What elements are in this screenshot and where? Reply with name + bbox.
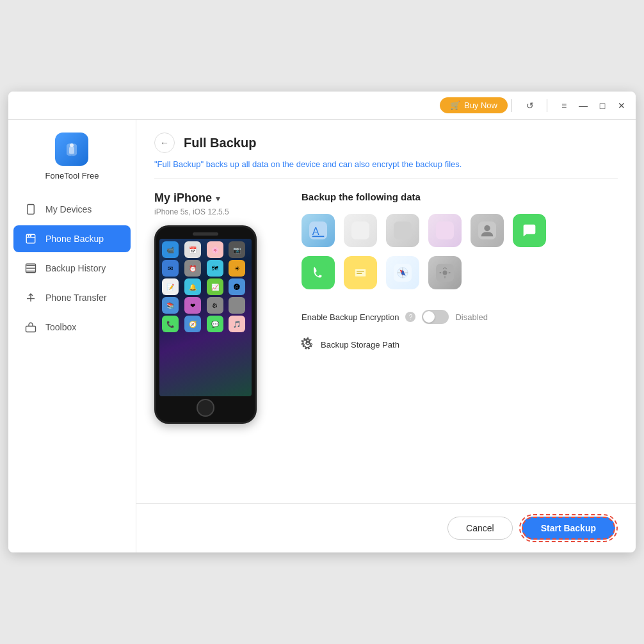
logo-text: FoneTool Free bbox=[45, 171, 99, 181]
sidebar-item-toolbox[interactable]: Toolbox bbox=[13, 314, 131, 341]
close-icon[interactable]: ✕ bbox=[615, 99, 628, 112]
title-bar: 🛒 Buy Now ↺ ≡ — □ ✕ bbox=[8, 92, 636, 120]
app-appstore: 🅐 bbox=[229, 278, 245, 295]
app-camera: 📷 bbox=[229, 241, 245, 258]
app-window: 🛒 Buy Now ↺ ≡ — □ ✕ Fo bbox=[8, 92, 636, 552]
backup-icon-safari[interactable] bbox=[386, 256, 419, 289]
app-music-sm: 🎵 bbox=[229, 316, 245, 332]
phone-screen-grid: 📹 📅 🌸 📷 ✉ ⏰ 🗺 ☀ 📝 🔔 📈 bbox=[159, 239, 252, 335]
device-selector[interactable]: My iPhone ▾ bbox=[154, 191, 220, 205]
encryption-status: Disabled bbox=[455, 312, 488, 322]
app-reminder: 🔔 bbox=[184, 278, 201, 295]
sidebar-label-backup-history: Backup History bbox=[45, 263, 106, 273]
help-icon[interactable]: ? bbox=[405, 312, 415, 322]
sidebar-item-backup-history[interactable]: Backup History bbox=[13, 255, 131, 282]
back-button[interactable]: ← bbox=[154, 133, 175, 153]
sidebar-item-phone-transfer[interactable]: Phone Transfer bbox=[13, 284, 131, 311]
content-area: ← Full Backup "Full Backup" backs up all… bbox=[136, 120, 636, 552]
toggle-knob bbox=[423, 311, 435, 323]
backup-icon-messages[interactable] bbox=[513, 214, 546, 247]
backup-icon-video[interactable]: 🎬 bbox=[386, 214, 419, 247]
page-header: ← Full Backup bbox=[154, 133, 618, 153]
backup-icon-contacts[interactable] bbox=[471, 214, 504, 247]
menu-icon[interactable]: ≡ bbox=[558, 99, 570, 112]
maximize-icon[interactable]: □ bbox=[596, 99, 609, 112]
app-clock: ⏰ bbox=[184, 260, 201, 277]
chevron-down-icon: ▾ bbox=[216, 193, 220, 204]
app-settings-sm: ⚙ bbox=[207, 297, 223, 314]
app-icons-grid: A 🌸 bbox=[302, 214, 618, 289]
footer-divider bbox=[136, 503, 636, 504]
app-phone-sm: 📞 bbox=[162, 316, 179, 332]
encryption-label: Enable Backup Encryption bbox=[302, 312, 399, 322]
backup-section-label: Backup the following data bbox=[302, 191, 618, 202]
title-bar-separator bbox=[511, 99, 512, 112]
svg-point-5 bbox=[30, 236, 31, 237]
storage-path-row[interactable]: Backup Storage Path bbox=[302, 337, 618, 353]
backup-icon-settings[interactable] bbox=[428, 256, 462, 289]
app-unknown bbox=[229, 297, 245, 314]
cart-icon: 🛒 bbox=[450, 101, 460, 110]
phone-illustration: 📹 📅 🌸 📷 ✉ ⏰ 🗺 ☀ 📝 🔔 📈 bbox=[154, 225, 257, 424]
transfer-icon bbox=[24, 292, 38, 303]
minimize-icon[interactable]: — bbox=[577, 99, 590, 112]
buy-now-label: Buy Now bbox=[464, 101, 497, 110]
sidebar: FoneTool Free My Devices bbox=[8, 120, 136, 552]
cancel-button[interactable]: Cancel bbox=[447, 517, 513, 540]
svg-point-30 bbox=[443, 271, 447, 275]
backup-icon-notes[interactable] bbox=[344, 256, 377, 289]
app-facetime: 📹 bbox=[162, 241, 179, 258]
svg-rect-11 bbox=[351, 221, 369, 239]
logo-area: FoneTool Free bbox=[45, 133, 99, 181]
svg-rect-22 bbox=[355, 269, 366, 277]
app-books: 📚 bbox=[162, 297, 179, 314]
app-weather: ☀ bbox=[229, 260, 245, 277]
app-logo bbox=[55, 133, 88, 166]
app-calendar: 📅 bbox=[184, 241, 201, 258]
page-title: Full Backup bbox=[184, 136, 256, 150]
backup-data-section: Backup the following data A bbox=[302, 191, 618, 493]
sidebar-nav: My Devices Phone Backup bbox=[8, 196, 136, 343]
svg-rect-20 bbox=[309, 264, 327, 282]
svg-text:A: A bbox=[312, 225, 319, 237]
content-body: My iPhone ▾ iPhone 5s, iOS 12.5.5 📹 📅 🌸 bbox=[154, 191, 618, 493]
backup-icon-photos[interactable]: 🌸 bbox=[344, 214, 377, 247]
refresh-icon[interactable]: ↺ bbox=[524, 99, 536, 112]
phone-speaker bbox=[193, 232, 218, 236]
storage-gear-icon bbox=[302, 337, 314, 353]
title-bar-icons: ↺ ≡ — □ ✕ bbox=[524, 99, 628, 112]
svg-point-0 bbox=[70, 143, 74, 147]
encryption-toggle[interactable] bbox=[422, 310, 449, 324]
sidebar-item-phone-backup[interactable]: Phone Backup bbox=[13, 225, 131, 252]
footer-actions: Cancel Start Backup bbox=[154, 514, 618, 540]
device-icon bbox=[24, 204, 38, 215]
buy-now-button[interactable]: 🛒 Buy Now bbox=[440, 97, 508, 113]
phone-home-button bbox=[197, 399, 214, 417]
start-backup-button[interactable]: Start Backup bbox=[522, 517, 615, 540]
phone-screen: 📹 📅 🌸 📷 ✉ ⏰ 🗺 ☀ 📝 🔔 📈 bbox=[159, 239, 252, 396]
sidebar-label-my-devices: My Devices bbox=[45, 204, 92, 214]
svg-rect-1 bbox=[28, 205, 35, 214]
device-name: My iPhone bbox=[154, 191, 212, 205]
sidebar-item-my-devices[interactable]: My Devices bbox=[13, 196, 131, 223]
backup-icon-appstore[interactable]: A bbox=[302, 214, 335, 247]
svg-point-4 bbox=[28, 236, 29, 237]
history-icon bbox=[24, 262, 38, 274]
app-mail: ✉ bbox=[162, 260, 179, 277]
encryption-row: Enable Backup Encryption ? Disabled bbox=[302, 307, 618, 324]
app-maps: 🗺 bbox=[207, 260, 223, 277]
app-stocks: 📈 bbox=[207, 278, 223, 295]
sidebar-label-phone-backup: Phone Backup bbox=[45, 234, 104, 244]
app-safari-sm: 🧭 bbox=[184, 316, 201, 332]
toolbox-icon bbox=[24, 321, 38, 333]
backup-icon-phone[interactable] bbox=[302, 256, 335, 289]
sidebar-label-toolbox: Toolbox bbox=[45, 322, 76, 332]
app-photos: 🌸 bbox=[207, 241, 223, 258]
app-messages-sm: 💬 bbox=[207, 316, 223, 332]
device-model: iPhone 5s, iOS 12.5.5 bbox=[154, 207, 229, 216]
app-notes: 📝 bbox=[162, 278, 179, 295]
backup-icon bbox=[24, 233, 38, 245]
backup-icon-music[interactable]: 🎵 bbox=[428, 214, 462, 247]
main-layout: FoneTool Free My Devices bbox=[8, 120, 636, 552]
svg-rect-13 bbox=[394, 221, 412, 239]
